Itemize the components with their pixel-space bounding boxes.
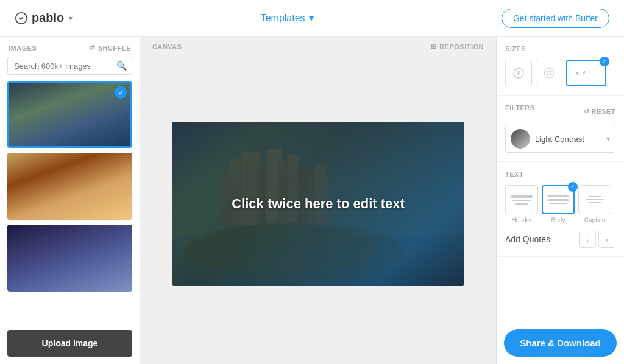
upload-image-button[interactable]: Upload Image (7, 330, 132, 357)
get-started-button[interactable]: Get started with Buffer (502, 9, 609, 28)
images-sidebar: IMAGES ⇄ SHUFFLE 🔍 ✓ Upload Image (0, 37, 140, 364)
shuffle-button[interactable]: ⇄ SHUFFLE (90, 44, 131, 52)
right-panel: SIZES P ✓ (496, 37, 624, 364)
size-selected-check: ✓ (600, 57, 609, 66)
text-section: TEXT Header ✓ (497, 162, 624, 257)
add-quotes-label: Add Quotes (505, 234, 550, 244)
quotes-prev-button[interactable]: ‹ (579, 231, 596, 248)
text-body-selected-check: ✓ (568, 182, 578, 192)
search-box: 🔍 (7, 57, 132, 75)
svg-text:t: t (576, 71, 578, 77)
shuffle-icon: ⇄ (90, 44, 96, 52)
size-pinterest-button[interactable]: P (505, 60, 532, 86)
logo-chevron-icon: ▾ (69, 14, 73, 23)
canvas-area: CANVAS ⊞ REPOSITION (140, 37, 496, 364)
logo-text: pablo (32, 11, 64, 25)
text-option-caption[interactable]: Caption (578, 185, 611, 223)
canvas-image[interactable]: Click twice here to edit text (172, 122, 464, 286)
image-thumb-1[interactable]: ✓ (7, 81, 132, 148)
text-option-body-label: Body (551, 217, 566, 223)
text-option-caption-label: Caption (584, 217, 605, 223)
twitter-facebook-icon: t f (575, 68, 598, 79)
quotes-next-button[interactable]: › (598, 231, 615, 248)
share-download-button[interactable]: Share & Download (504, 329, 617, 357)
text-option-body[interactable]: ✓ Body (542, 185, 575, 223)
templates-chevron-icon: ▾ (309, 12, 314, 24)
svg-point-19 (551, 70, 552, 71)
filter-name: Light Contrast (535, 135, 601, 144)
svg-text:f: f (583, 71, 586, 77)
main-layout: IMAGES ⇄ SHUFFLE 🔍 ✓ Upload Image CANVAS (0, 37, 624, 364)
filters-reset-button[interactable]: ↺ RESET (584, 108, 615, 116)
templates-button[interactable]: Templates ▾ (261, 12, 314, 24)
pinterest-icon: P (513, 68, 524, 79)
sizes-section: SIZES P ✓ (497, 37, 624, 96)
sizes-row: P ✓ t f (505, 60, 615, 86)
filter-thumbnail (511, 129, 530, 149)
text-option-header-box (505, 185, 538, 214)
search-input[interactable] (14, 61, 116, 71)
reset-icon: ↺ (584, 108, 590, 116)
filters-label: FILTERS (505, 104, 535, 111)
image-thumb-3[interactable] (7, 225, 132, 292)
selected-check-icon: ✓ (115, 86, 127, 99)
canvas-header: CANVAS ⊞ REPOSITION (140, 37, 496, 55)
text-label: TEXT (505, 170, 615, 178)
logo: pablo ▾ (15, 11, 73, 25)
reposition-icon: ⊞ (431, 43, 437, 51)
svg-point-18 (547, 71, 551, 75)
canvas-background: Click twice here to edit text (172, 122, 464, 286)
text-option-header[interactable]: Header (505, 185, 538, 223)
svg-text:P: P (517, 70, 521, 77)
reposition-button[interactable]: ⊞ REPOSITION (431, 43, 484, 51)
nav-arrows: ‹ › (579, 231, 615, 248)
pablo-logo-icon (15, 12, 28, 25)
text-option-caption-box (578, 185, 611, 214)
text-option-body-box: ✓ (542, 185, 575, 214)
canvas-dark-overlay (172, 122, 464, 286)
svg-rect-17 (545, 69, 553, 77)
canvas-label: CANVAS (152, 43, 182, 51)
instagram-icon (544, 68, 555, 79)
images-list: ✓ (0, 81, 140, 323)
images-label: IMAGES (9, 44, 37, 52)
size-twitter-facebook-button[interactable]: ✓ t f (566, 60, 606, 86)
add-quotes-row: Add Quotes ‹ › (505, 231, 615, 248)
text-options-row: Header ✓ Body (505, 185, 615, 223)
filters-section: FILTERS ↺ RESET Light Contrast ▾ (497, 96, 624, 162)
sidebar-header: IMAGES ⇄ SHUFFLE (0, 37, 140, 57)
canvas-content: Click twice here to edit text (140, 55, 496, 364)
search-icon: 🔍 (116, 61, 127, 71)
size-instagram-button[interactable] (536, 60, 562, 86)
text-option-header-label: Header (512, 217, 532, 223)
app-header: pablo ▾ Templates ▾ Get started with Buf… (0, 0, 624, 37)
filter-chevron-icon: ▾ (606, 135, 610, 143)
sizes-label: SIZES (505, 45, 615, 52)
filters-header: FILTERS ↺ RESET (505, 104, 615, 119)
image-thumb-2[interactable] (7, 153, 132, 220)
filter-select[interactable]: Light Contrast ▾ (505, 125, 615, 153)
